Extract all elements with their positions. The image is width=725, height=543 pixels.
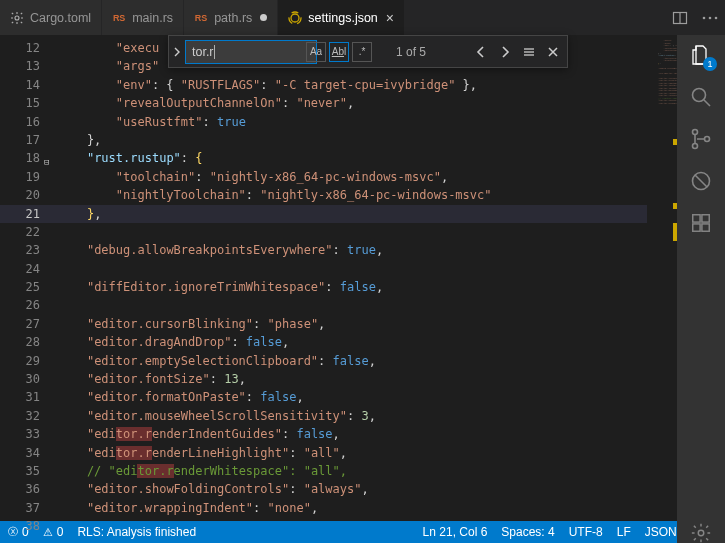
code-line[interactable]: "editor.emptySelectionClipboard": false, bbox=[58, 352, 647, 370]
svg-point-6 bbox=[709, 16, 712, 19]
tab-path-rs[interactable]: RSpath.rs bbox=[184, 0, 278, 35]
modified-indicator bbox=[260, 14, 267, 21]
tab-label: Cargo.toml bbox=[30, 11, 91, 25]
extensions-icon[interactable] bbox=[689, 211, 713, 235]
tab-label: main.rs bbox=[132, 11, 173, 25]
svg-point-5 bbox=[703, 16, 706, 19]
tab-settings-json[interactable]: settings.json× bbox=[278, 0, 405, 35]
match-case-toggle[interactable]: Aa bbox=[306, 42, 326, 62]
find-widget: Aa Abl .* 1 of 5 bbox=[168, 35, 568, 68]
minimap[interactable]: "execu "args" "env": { "RUSTFLAGS": "-C … bbox=[647, 35, 677, 521]
editor-actions bbox=[665, 0, 725, 35]
editor[interactable]: 121314151617⊟181920212223242526272829303… bbox=[0, 35, 677, 521]
close-find-icon[interactable] bbox=[543, 42, 563, 62]
whole-word-toggle[interactable]: Abl bbox=[329, 42, 349, 62]
code-line[interactable]: "rust.rustup": { bbox=[58, 149, 647, 167]
file-icon: RS bbox=[112, 11, 126, 25]
code-line[interactable]: "editor.fontSize": 13, bbox=[58, 370, 647, 388]
code-line[interactable]: "revealOutputChannelOn": "never", bbox=[58, 94, 647, 112]
svg-rect-18 bbox=[693, 215, 700, 222]
svg-point-1 bbox=[291, 14, 299, 22]
tab-label: path.rs bbox=[214, 11, 252, 25]
code-line[interactable] bbox=[58, 296, 647, 314]
code-line[interactable]: "env": { "RUSTFLAGS": "-C target-cpu=ivy… bbox=[58, 76, 647, 94]
code-line[interactable] bbox=[58, 260, 647, 278]
expand-replace-icon[interactable] bbox=[169, 36, 185, 67]
file-icon: RS bbox=[194, 11, 208, 25]
tab-cargo-toml[interactable]: Cargo.toml bbox=[0, 0, 102, 35]
svg-point-11 bbox=[693, 89, 706, 102]
settings-gear-icon[interactable] bbox=[689, 521, 713, 543]
tab-label: settings.json bbox=[308, 11, 377, 25]
svg-line-12 bbox=[704, 100, 710, 106]
regex-toggle[interactable]: .* bbox=[352, 42, 372, 62]
tab-main-rs[interactable]: RSmain.rs bbox=[102, 0, 184, 35]
gutter: 121314151617⊟181920212223242526272829303… bbox=[0, 35, 58, 521]
fold-icon[interactable]: ⊟ bbox=[44, 153, 49, 171]
svg-point-13 bbox=[693, 130, 698, 135]
file-icon bbox=[10, 11, 24, 25]
code-line[interactable]: "editor.mouseWheelScrollSensitivity": 3, bbox=[58, 407, 647, 425]
code-line[interactable]: "editor.renderLineHighlight": "all", bbox=[58, 444, 647, 462]
minimap-content: "execu "args" "env": { "RUSTFLAGS": "-C … bbox=[653, 39, 671, 105]
code-line[interactable]: // "editor.renderWhitespace": "all", bbox=[58, 462, 647, 480]
prev-match-icon[interactable] bbox=[471, 42, 491, 62]
code-line[interactable]: "useRustfmt": true bbox=[58, 113, 647, 131]
explorer-icon[interactable]: 1 bbox=[689, 43, 713, 67]
code-line[interactable]: "nightlyToolchain": "nightly-x86_64-pc-w… bbox=[58, 186, 647, 204]
code-line[interactable] bbox=[58, 517, 647, 535]
code-line[interactable]: "toolchain": "nightly-x86_64-pc-windows-… bbox=[58, 168, 647, 186]
find-result-count: 1 of 5 bbox=[396, 45, 426, 59]
file-icon bbox=[288, 11, 302, 25]
svg-point-14 bbox=[693, 144, 698, 149]
tabs: Cargo.tomlRSmain.rsRSpath.rssettings.jso… bbox=[0, 0, 665, 35]
svg-line-17 bbox=[695, 175, 707, 187]
code-line[interactable]: "editor.wrappingIndent": "none", bbox=[58, 499, 647, 517]
svg-point-15 bbox=[705, 137, 710, 142]
svg-point-7 bbox=[715, 16, 718, 19]
code-line[interactable] bbox=[58, 223, 647, 241]
svg-rect-20 bbox=[693, 224, 700, 231]
code-line[interactable]: "editor.cursorBlinking": "phase", bbox=[58, 315, 647, 333]
debug-icon[interactable] bbox=[689, 169, 713, 193]
close-tab-icon[interactable]: × bbox=[386, 10, 394, 26]
code-line[interactable]: "diffEditor.ignoreTrimWhitespace": false… bbox=[58, 278, 647, 296]
find-in-selection-icon[interactable] bbox=[519, 42, 539, 62]
code-line[interactable]: "editor.formatOnPaste": false, bbox=[58, 388, 647, 406]
tab-bar: Cargo.tomlRSmain.rsRSpath.rssettings.jso… bbox=[0, 0, 725, 35]
next-match-icon[interactable] bbox=[495, 42, 515, 62]
split-editor-icon[interactable] bbox=[671, 9, 689, 27]
code-area[interactable]: "execu "args" "env": { "RUSTFLAGS": "-C … bbox=[58, 35, 647, 521]
code-line[interactable]: "debug.allowBreakpointsEverywhere": true… bbox=[58, 241, 647, 259]
code-line[interactable]: "editor.dragAndDrop": false, bbox=[58, 333, 647, 351]
code-line[interactable]: "editor.renderIndentGuides": false, bbox=[58, 425, 647, 443]
activity-bar: 1 bbox=[677, 35, 725, 543]
svg-point-22 bbox=[698, 530, 704, 536]
svg-rect-21 bbox=[702, 224, 709, 231]
source-control-icon[interactable] bbox=[689, 127, 713, 151]
badge: 1 bbox=[703, 57, 717, 71]
find-input[interactable] bbox=[185, 40, 317, 64]
code-line[interactable]: }, bbox=[58, 131, 647, 149]
search-icon[interactable] bbox=[689, 85, 713, 109]
more-actions-icon[interactable] bbox=[701, 9, 719, 27]
svg-point-0 bbox=[15, 16, 19, 20]
status-language[interactable]: JSON bbox=[645, 525, 677, 539]
code-line[interactable]: "editor.showFoldingControls": "always", bbox=[58, 480, 647, 498]
svg-rect-19 bbox=[702, 215, 709, 222]
text-cursor bbox=[214, 45, 215, 59]
code-line[interactable]: }, bbox=[58, 205, 647, 223]
